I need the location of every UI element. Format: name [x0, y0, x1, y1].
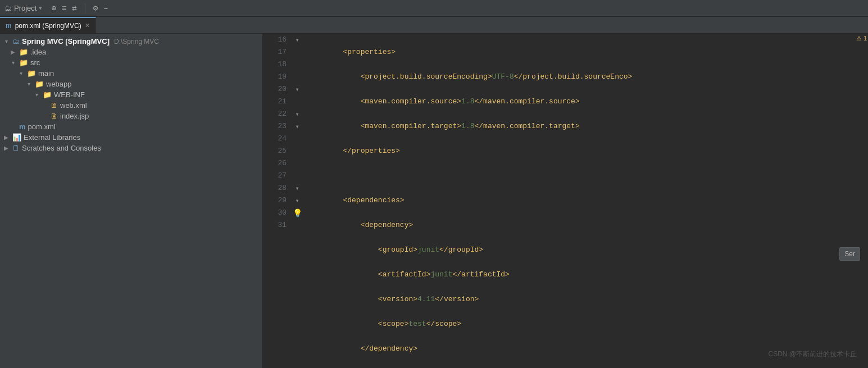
- webxml-file-icon: 🗎: [51, 101, 58, 110]
- idea-label: .idea: [30, 48, 46, 56]
- gutter-18: [291, 58, 303, 71]
- extlibs-label: External Libraries: [24, 133, 80, 142]
- line-num-21: 21: [263, 96, 287, 108]
- gutter-27: [291, 170, 303, 182]
- src-folder-icon: 📁: [19, 58, 28, 67]
- code-line-16: <properties>: [308, 46, 868, 58]
- code-line-26: <version>4.11</version>: [308, 293, 868, 306]
- gear-icon[interactable]: ⚙: [93, 3, 98, 13]
- top-bar-actions: ⊕ ≡ ⇄ ⚙ –: [51, 3, 108, 13]
- code-line-27: <scope>test</scope>: [308, 318, 868, 330]
- dropdown-arrow-icon[interactable]: ▾: [39, 4, 42, 12]
- main-folder-icon: 📁: [27, 69, 36, 78]
- line-num-28: 28: [263, 182, 287, 194]
- gutter-21: [291, 96, 303, 108]
- extlibs-icon: 📊: [12, 133, 21, 142]
- gutter-30: 💡: [291, 207, 303, 219]
- sidebar-item-extlibs[interactable]: ▶ 📊 External Libraries: [0, 132, 262, 143]
- webinf-arrow-icon: ▾: [33, 92, 40, 98]
- gutter-28[interactable]: ▾: [291, 182, 303, 194]
- code-line-25: <artifactId>junit</artifactId>: [308, 269, 868, 281]
- sidebar-item-pomxml[interactable]: m pom.xml: [0, 121, 262, 132]
- code-line-18: <maven.compiler.source>1.8</maven.compil…: [308, 96, 868, 108]
- line-numbers: 16 17 18 19 20 21 22 23 24 25 26 27 28 2…: [263, 34, 291, 368]
- sidebar-item-src[interactable]: ▾ 📁 src: [0, 57, 262, 68]
- line-num-18: 18: [263, 58, 287, 71]
- line-num-24: 24: [263, 133, 287, 145]
- scratches-icon: 🗒: [12, 144, 20, 152]
- indexjsp-file-icon: 🗎: [51, 112, 58, 120]
- gutter-24: [291, 133, 303, 145]
- line-num-30: 30: [263, 207, 287, 219]
- editor-area: ⚠ 1 16 17 18 19 20 21 22 23 24 25 26 27 …: [263, 34, 868, 368]
- tab-pom-xml[interactable]: m pom.xml (SpringMVC) ✕: [0, 17, 96, 33]
- sidebar-item-root[interactable]: ▾ 🗂 Spring MVC [SpringMVC] D:\Spring MVC: [0, 36, 262, 47]
- line-num-25: 25: [263, 145, 287, 157]
- line-num-26: 26: [263, 157, 287, 170]
- right-panel[interactable]: Ser: [839, 247, 860, 261]
- project-path: D:\Spring MVC: [114, 38, 159, 46]
- line-num-19: 19: [263, 71, 287, 83]
- idea-folder-icon: 📁: [19, 48, 28, 56]
- add-icon[interactable]: ⊕: [51, 3, 56, 13]
- code-line-19: <maven.compiler.target>1.8</maven.compil…: [308, 120, 868, 133]
- gutter-23[interactable]: ▾: [291, 120, 303, 133]
- project-label[interactable]: 🗂 Project ▾: [4, 4, 42, 12]
- scratches-label: Scratches and Consoles: [22, 144, 101, 152]
- line-num-16: 16: [263, 34, 287, 46]
- code-line-22: <dependencies>: [308, 194, 868, 207]
- sidebar-item-main[interactable]: ▾ 📁 main: [0, 68, 262, 79]
- webapp-label: webapp: [46, 80, 72, 88]
- sync-icon[interactable]: ⇄: [72, 3, 76, 13]
- sidebar-item-scratches[interactable]: ▶ 🗒 Scratches and Consoles: [0, 143, 262, 153]
- project-title[interactable]: Project: [14, 4, 37, 12]
- gutter-26: [291, 157, 303, 170]
- sidebar-item-idea[interactable]: ▶ 📁 .idea: [0, 47, 262, 57]
- gutter-16[interactable]: ▾: [291, 34, 303, 46]
- sidebar-item-indexjsp[interactable]: 🗎 index.jsp: [0, 111, 262, 121]
- code-line-23: <dependency>: [308, 219, 868, 231]
- line-num-27: 27: [263, 170, 287, 182]
- main-layout: ▾ 🗂 Spring MVC [SpringMVC] D:\Spring MVC…: [0, 34, 868, 368]
- gutter-area: ▾ ▾ ▾ ▾ ▾ ▾ 💡: [291, 34, 303, 368]
- code-line-24: <groupId>junit</groupId>: [308, 244, 868, 256]
- gutter-29[interactable]: ▾: [291, 194, 303, 207]
- list-icon[interactable]: ≡: [62, 4, 66, 13]
- gutter-31: [291, 219, 303, 231]
- webapp-arrow-icon: ▾: [25, 81, 33, 87]
- code-line-21: [308, 170, 868, 182]
- gutter-20[interactable]: ▾: [291, 83, 303, 96]
- webxml-label: web.xml: [60, 101, 87, 110]
- line-num-31: 31: [263, 219, 287, 231]
- top-bar: 🗂 Project ▾ ⊕ ≡ ⇄ ⚙ –: [0, 0, 868, 17]
- sidebar-item-webapp[interactable]: ▾ 📁 webapp: [0, 79, 262, 89]
- line-num-22: 22: [263, 108, 287, 120]
- sidebar-item-webxml[interactable]: 🗎 web.xml: [0, 100, 262, 111]
- code-editor[interactable]: <properties> <project.build.sourceEncodi…: [303, 34, 868, 368]
- code-line-20: </properties>: [308, 145, 868, 157]
- gutter-22[interactable]: ▾: [291, 108, 303, 120]
- src-arrow-icon: ▾: [9, 60, 17, 66]
- minimize-icon[interactable]: –: [103, 4, 108, 13]
- line-num-20: 20: [263, 83, 287, 96]
- lightbulb-icon[interactable]: 💡: [293, 208, 302, 218]
- root-folder-icon: 🗂: [12, 37, 20, 46]
- pomxml-label: pom.xml: [28, 122, 56, 131]
- indexjsp-label: index.jsp: [60, 112, 89, 120]
- line-num-29: 29: [263, 194, 287, 207]
- watermark-text: CSDN @不断前进的技术卡丘: [768, 350, 857, 358]
- project-name: Spring MVC [SpringMVC]: [22, 37, 110, 46]
- right-panel-label: Ser: [844, 250, 855, 258]
- warning-badge: ⚠ 1: [856, 35, 867, 42]
- gutter-17: [291, 46, 303, 58]
- gutter-25: [291, 145, 303, 157]
- line-num-23: 23: [263, 120, 287, 133]
- idea-arrow-icon: ▶: [9, 49, 17, 55]
- tab-close-button[interactable]: ✕: [85, 22, 90, 29]
- gutter-19: [291, 71, 303, 83]
- pomxml-file-icon: m: [19, 122, 26, 131]
- line-num-17: 17: [263, 46, 287, 58]
- project-sidebar[interactable]: ▾ 🗂 Spring MVC [SpringMVC] D:\Spring MVC…: [0, 34, 263, 368]
- sidebar-item-webinf[interactable]: ▾ 📁 WEB-INF: [0, 89, 262, 100]
- webapp-folder-icon: 📁: [35, 80, 44, 88]
